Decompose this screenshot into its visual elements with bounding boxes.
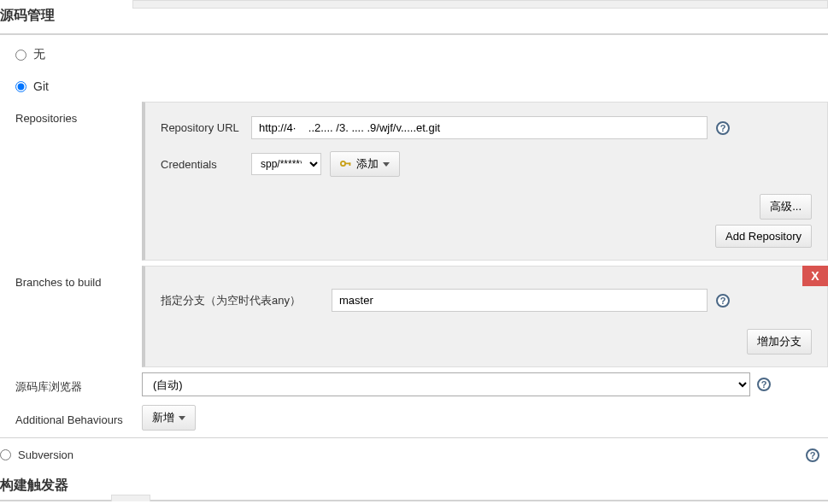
- scm-none-label: 无: [33, 47, 45, 62]
- svg-rect-2: [349, 163, 351, 167]
- branch-spec-label: 指定分支（为空时代表any）: [161, 293, 332, 308]
- repo-url-label: Repository URL: [161, 121, 251, 134]
- close-icon[interactable]: X: [802, 266, 828, 286]
- repositories-panel: Repository URL ? Credentials spp/****** …: [142, 102, 828, 261]
- build-triggers-title-text: 构建触发器: [0, 478, 68, 492]
- scm-git-label: Git: [33, 79, 49, 93]
- scm-title-text: 源码管理: [0, 8, 55, 22]
- advanced-button[interactable]: 高级...: [760, 194, 812, 220]
- credentials-label: Credentials: [161, 158, 251, 171]
- scm-subversion-label: Subversion: [18, 448, 73, 461]
- scm-git-row[interactable]: Git: [0, 71, 828, 102]
- credentials-select[interactable]: spp/******: [251, 153, 321, 175]
- panel-stub: [111, 495, 150, 501]
- chevron-down-icon: [383, 162, 390, 167]
- branches-panel: X 指定分支（为空时代表any） ? 增加分支: [142, 266, 828, 367]
- add-credentials-button[interactable]: 添加: [330, 151, 400, 177]
- key-icon: [340, 160, 352, 168]
- repo-browser-select[interactable]: (自动): [142, 372, 750, 396]
- help-icon[interactable]: ?: [716, 121, 730, 135]
- scm-subversion-radio[interactable]: [0, 449, 11, 460]
- scm-none-row[interactable]: 无: [0, 38, 828, 71]
- scm-git-radio[interactable]: [15, 81, 26, 92]
- help-icon[interactable]: ?: [716, 294, 730, 308]
- scm-subversion-row[interactable]: Subversion ?: [0, 442, 828, 468]
- divider: [0, 437, 828, 438]
- add-behaviour-text: 新增: [152, 410, 174, 425]
- add-branch-button[interactable]: 增加分支: [747, 329, 812, 355]
- add-cred-text: 添加: [356, 156, 379, 172]
- help-icon[interactable]: ?: [757, 378, 771, 391]
- chevron-down-icon: [179, 416, 185, 420]
- scm-none-radio[interactable]: [15, 50, 26, 61]
- build-triggers-section-title: 构建触发器: [0, 468, 828, 501]
- add-behaviour-button[interactable]: 新增: [142, 405, 196, 431]
- repo-url-input[interactable]: [251, 116, 708, 139]
- help-icon[interactable]: ?: [806, 448, 819, 462]
- scm-section-title: 源码管理: [0, 0, 828, 35]
- branches-label: Branches to build: [15, 266, 142, 289]
- repo-browser-label: 源码库浏览器: [15, 374, 142, 395]
- branch-spec-input[interactable]: [332, 289, 708, 312]
- additional-behaviours-label: Additional Behaviours: [15, 410, 142, 426]
- repositories-label: Repositories: [15, 102, 142, 125]
- add-repository-button[interactable]: Add Repository: [715, 225, 812, 248]
